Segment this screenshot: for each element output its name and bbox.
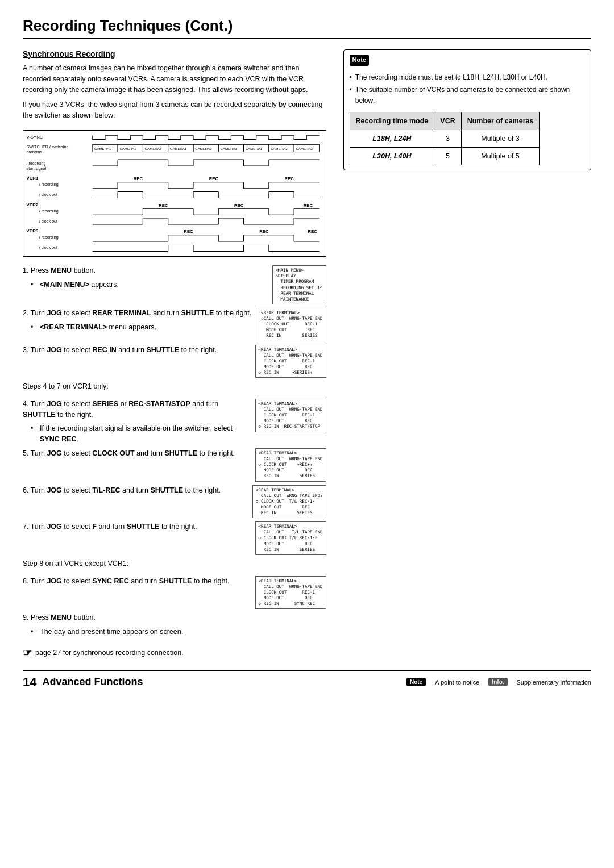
svg-text:CAMERA1: CAMERA1 bbox=[246, 147, 263, 151]
table-row: L30H, L40H 5 Multiple of 5 bbox=[350, 148, 540, 165]
svg-text:REC: REC bbox=[285, 176, 294, 181]
table-cell-mode-2: L30H, L40H bbox=[350, 148, 434, 165]
note-badge: Note bbox=[350, 55, 369, 66]
svg-text:REC: REC bbox=[209, 176, 219, 181]
info-badge-footer: Info. bbox=[488, 678, 507, 686]
table-header-vcr: VCR bbox=[434, 112, 461, 130]
step-1: 1. Press MENU button. • <MAIN MENU> appe… bbox=[23, 265, 326, 304]
step-9: 9. Press MENU button. • The day and pres… bbox=[23, 612, 326, 637]
svg-text:VCR2: VCR2 bbox=[27, 202, 39, 207]
page-number-area: 14 Advanced Functions bbox=[23, 675, 143, 690]
left-column: Synchronous Recording A number of camera… bbox=[23, 49, 326, 659]
svg-text:CAMERA1: CAMERA1 bbox=[94, 147, 111, 151]
svg-text:/ recording: / recording bbox=[39, 208, 59, 214]
svg-text:V-SYNC: V-SYNC bbox=[27, 135, 43, 140]
svg-text:cameras: cameras bbox=[27, 149, 43, 155]
timing-diagram: V-SYNC SWITCHER / switching cameras / re… bbox=[23, 126, 326, 265]
step-3: 3. Turn JOG to select REC IN and turn SH… bbox=[23, 345, 326, 378]
footer-right: Note A point to notice Info. Supplementa… bbox=[406, 678, 591, 686]
svg-text:/ clock out: / clock out bbox=[39, 245, 57, 250]
note-text-footer: A point to notice bbox=[435, 679, 479, 686]
note-box: Note • The recording mode must be set to… bbox=[343, 49, 592, 170]
step-2: 2. Turn JOG to select REAR TERMINAL and … bbox=[23, 308, 326, 341]
svg-text:/ clock out: / clock out bbox=[39, 218, 57, 223]
svg-text:CAMERA1: CAMERA1 bbox=[170, 147, 187, 151]
right-column: Note • The recording mode must be set to… bbox=[343, 49, 592, 659]
svg-text:CAMERA2: CAMERA2 bbox=[271, 147, 288, 151]
svg-text:start signal: start signal bbox=[27, 165, 47, 170]
svg-text:/ recording: / recording bbox=[39, 182, 59, 187]
svg-text:REC: REC bbox=[304, 203, 313, 208]
screen-rear-terminal-3: <REAR TERMINAL> CALL OUT WRNG·TAPE END C… bbox=[255, 399, 326, 432]
page-footer: 14 Advanced Functions Note A point to no… bbox=[23, 670, 591, 690]
section-title: Synchronous Recording bbox=[23, 49, 326, 59]
svg-text:REC: REC bbox=[234, 203, 244, 208]
step-5: 5. Turn JOG to select CLOCK OUT and turn… bbox=[23, 448, 326, 482]
svg-text:/ recording: / recording bbox=[27, 161, 46, 166]
recording-table: Recording time mode VCR Number of camera… bbox=[350, 112, 540, 165]
svg-text:REC: REC bbox=[184, 229, 193, 234]
table-header-cameras: Number of cameras bbox=[461, 112, 540, 130]
svg-text:CAMERA2: CAMERA2 bbox=[195, 147, 212, 151]
screen-rear-terminal-4: <REAR TERMINAL> CALL OUT WRNG·TAPE END ◇… bbox=[255, 448, 326, 482]
svg-text:SWITCHER / switching: SWITCHER / switching bbox=[27, 144, 69, 149]
svg-text:CAMERA3: CAMERA3 bbox=[221, 147, 238, 151]
table-cell-vcr-1: 3 bbox=[434, 130, 461, 148]
screen-rear-terminal-5: <REAR TERMINAL> CALL OUT WRNG·TAPE END↑ … bbox=[252, 485, 326, 519]
ref-line: ☞ page 27 for synchronous recording conn… bbox=[23, 646, 326, 659]
screen-rear-terminal-6: <REAR TERMINAL> CALL OUT T/L·TAPE END ◇ … bbox=[255, 521, 326, 555]
svg-text:CAMERA3: CAMERA3 bbox=[145, 147, 162, 151]
para2: If you have 3 VCRs, the video signal fro… bbox=[23, 99, 326, 121]
table-cell-vcr-2: 5 bbox=[434, 148, 461, 165]
table-row: L18H, L24H 3 Multiple of 3 bbox=[350, 130, 540, 148]
screen-rear-terminal-2: <REAR TERMINAL> CALL OUT WRNG·TAPE END C… bbox=[255, 345, 326, 378]
note-bullet-1: • The recording mode must be set to L18H… bbox=[350, 72, 586, 83]
note-bullet-2: • The suitable number of VCRs and camera… bbox=[350, 85, 586, 106]
steps-area: 1. Press MENU button. • <MAIN MENU> appe… bbox=[23, 265, 326, 659]
svg-text:VCR1: VCR1 bbox=[27, 176, 39, 181]
svg-text:CAMERA3: CAMERA3 bbox=[296, 147, 313, 151]
note-badge-footer: Note bbox=[406, 678, 426, 686]
svg-text:CAMERA2: CAMERA2 bbox=[119, 147, 136, 151]
svg-text:/ clock out: / clock out bbox=[39, 192, 57, 197]
table-cell-cameras-1: Multiple of 3 bbox=[461, 130, 540, 148]
screen-rear-terminal-1: <REAR TERMINAL> ◇CALL OUT WRNG·TAPE END … bbox=[258, 308, 326, 341]
step-8: 8. Turn JOG to select SYNC REC and turn … bbox=[23, 576, 326, 610]
step-6: 6. Turn JOG to select T/L-REC and turn S… bbox=[23, 485, 326, 519]
svg-text:/ recording: / recording bbox=[39, 235, 59, 240]
info-text-footer: Supplementary information bbox=[517, 679, 591, 686]
page-number: 14 bbox=[23, 675, 36, 690]
page-title: Recording Techniques (Cont.) bbox=[23, 17, 591, 39]
step-7: 7. Turn JOG to select F and turn SHUTTLE… bbox=[23, 521, 326, 555]
svg-text:VCR3: VCR3 bbox=[27, 228, 39, 233]
svg-text:REC: REC bbox=[159, 203, 168, 208]
svg-text:REC: REC bbox=[308, 229, 317, 234]
screen-main-menu: <MAIN MENU> ◇DISPLAY TIMER PROGRAM RECOR… bbox=[272, 265, 326, 304]
para1: A number of camera images can be mixed t… bbox=[23, 63, 326, 95]
table-cell-cameras-2: Multiple of 5 bbox=[461, 148, 540, 165]
svg-text:REC: REC bbox=[134, 176, 143, 181]
footer-section-title: Advanced Functions bbox=[42, 676, 143, 688]
step-8-note: Step 8 on all VCRs except VCR1: bbox=[23, 558, 326, 569]
table-header-mode: Recording time mode bbox=[350, 112, 434, 130]
steps-4-7-note: Steps 4 to 7 on VCR1 only: bbox=[23, 381, 326, 392]
table-cell-mode-1: L18H, L24H bbox=[350, 130, 434, 148]
svg-text:REC: REC bbox=[259, 229, 269, 234]
step-4: 4. Turn JOG to select SERIES or REC-STAR… bbox=[23, 399, 326, 445]
screen-rear-terminal-7: <REAR TERMINAL> CALL OUT WRNG·TAPE END C… bbox=[255, 576, 326, 610]
